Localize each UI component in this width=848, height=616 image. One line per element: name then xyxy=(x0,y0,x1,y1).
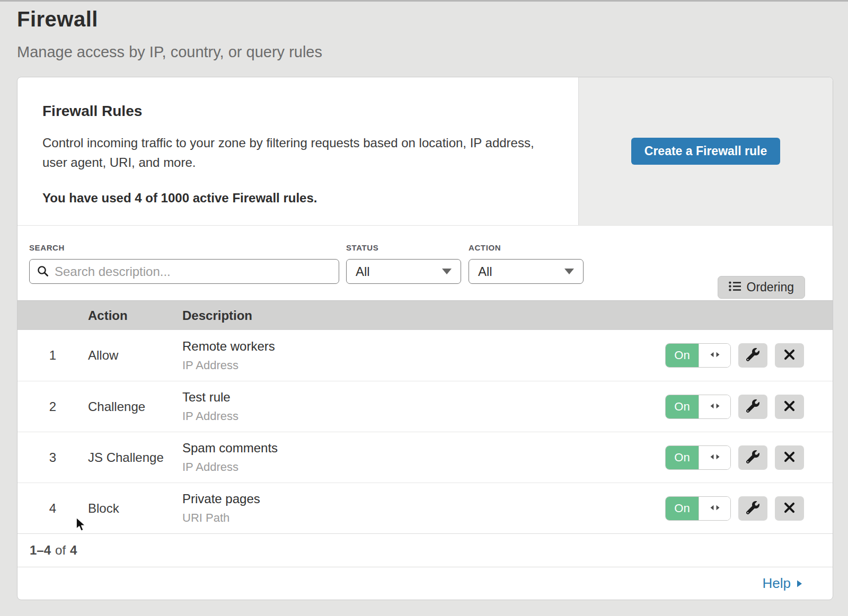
intro-text: Firewall Rules Control incoming traffic … xyxy=(17,77,578,225)
wrench-icon xyxy=(746,399,759,414)
status-selected-value: All xyxy=(356,264,370,279)
rule-description-cell: Remote workers IP Address xyxy=(182,339,663,372)
rule-match-field: IP Address xyxy=(182,359,663,372)
ordering-button[interactable]: Ordering xyxy=(718,276,805,299)
status-label: STATUS xyxy=(346,243,469,252)
status-filter-group: STATUS All xyxy=(346,243,469,284)
toggle-drag-handle[interactable] xyxy=(699,344,730,367)
column-header-description: Description xyxy=(182,308,663,323)
action-selected-value: All xyxy=(478,264,492,279)
create-rule-panel: Create a Firewall rule xyxy=(578,77,833,225)
search-label: SEARCH xyxy=(29,243,346,252)
rule-controls: On xyxy=(663,395,833,419)
chevron-down-icon xyxy=(564,269,574,274)
rule-row: 2 Challenge Test rule IP Address On xyxy=(17,381,833,432)
rule-priority: 4 xyxy=(17,501,88,516)
page-subtitle: Manage access by IP, country, or query r… xyxy=(17,43,848,61)
rule-description-cell: Private pages URI Path xyxy=(182,492,663,525)
intro-section: Firewall Rules Control incoming traffic … xyxy=(17,77,833,226)
rule-action: Allow xyxy=(88,348,182,363)
chevron-down-icon xyxy=(442,269,452,274)
edit-rule-button[interactable] xyxy=(738,445,767,470)
firewall-rules-card: Firewall Rules Control incoming traffic … xyxy=(17,77,833,600)
rule-controls: On xyxy=(663,496,833,521)
rule-priority: 3 xyxy=(17,450,88,465)
edit-rule-button[interactable] xyxy=(738,395,767,419)
help-arrow-icon xyxy=(797,575,802,592)
wrench-icon xyxy=(746,501,759,516)
rule-priority: 2 xyxy=(17,399,88,414)
action-filter-group: ACTION All xyxy=(469,243,591,284)
rule-status-toggle[interactable]: On xyxy=(665,496,731,521)
toggle-on-segment: On xyxy=(666,497,699,520)
rule-description: Test rule xyxy=(182,390,663,405)
pagination-separator: of xyxy=(55,543,66,558)
delete-rule-button[interactable] xyxy=(775,445,804,470)
rule-description-cell: Spam comments IP Address xyxy=(182,441,663,474)
rule-priority: 1 xyxy=(17,348,88,363)
rules-table-body: 1 Allow Remote workers IP Address On xyxy=(17,330,833,533)
rule-action: Block xyxy=(88,501,182,516)
toggle-on-segment: On xyxy=(666,395,699,418)
left-right-arrows-icon xyxy=(709,403,721,411)
search-filter-group: SEARCH xyxy=(29,243,346,284)
rule-action: JS Challenge xyxy=(88,450,182,465)
delete-rule-button[interactable] xyxy=(775,496,804,521)
toggle-drag-handle[interactable] xyxy=(699,446,730,469)
toggle-on-segment: On xyxy=(666,344,699,367)
delete-rule-button[interactable] xyxy=(775,343,804,368)
pagination-range: 1–4 xyxy=(30,543,51,558)
rule-action: Challenge xyxy=(88,399,182,414)
rule-description: Remote workers xyxy=(182,339,663,354)
page-title: Firewall xyxy=(17,7,848,31)
rules-table-header: Action Description xyxy=(17,300,833,330)
left-right-arrows-icon xyxy=(709,351,721,360)
wrench-icon xyxy=(746,450,759,465)
rule-row: 4 Block Private pages URI Path On xyxy=(17,483,833,533)
rule-row: 1 Allow Remote workers IP Address On xyxy=(17,330,833,381)
firewall-rules-heading: Firewall Rules xyxy=(42,103,557,120)
edit-rule-button[interactable] xyxy=(738,343,767,368)
action-select[interactable]: All xyxy=(469,259,584,284)
close-icon xyxy=(784,451,795,464)
rule-controls: On xyxy=(663,343,833,368)
help-link-label: Help xyxy=(763,575,791,592)
rule-match-field: URI Path xyxy=(182,511,663,525)
page-header: Firewall Manage access by IP, country, o… xyxy=(0,2,848,61)
delete-rule-button[interactable] xyxy=(775,395,804,419)
close-icon xyxy=(784,400,795,413)
rule-description-cell: Test rule IP Address xyxy=(182,390,663,423)
help-link[interactable]: Help xyxy=(763,575,802,592)
toggle-on-segment: On xyxy=(666,446,699,469)
ordering-list-icon xyxy=(729,280,741,294)
rule-row: 3 JS Challenge Spam comments IP Address … xyxy=(17,432,833,483)
rule-description: Private pages xyxy=(182,492,663,506)
card-footer: Help xyxy=(17,567,833,600)
rule-match-field: IP Address xyxy=(182,409,663,423)
ordering-button-label: Ordering xyxy=(747,280,794,294)
edit-rule-button[interactable] xyxy=(738,496,767,521)
rules-table: Action Description 1 Allow Remote worker… xyxy=(17,300,833,533)
rule-description: Spam comments xyxy=(182,441,663,456)
column-header-action: Action xyxy=(88,308,182,323)
status-select[interactable]: All xyxy=(346,259,461,284)
filters-bar: SEARCH STATUS All ACTION All xyxy=(17,226,833,300)
firewall-rules-description: Control incoming traffic to your zone by… xyxy=(42,133,554,172)
rule-status-toggle[interactable]: On xyxy=(665,343,731,368)
rule-status-toggle[interactable]: On xyxy=(665,395,731,419)
pagination-total: 4 xyxy=(70,543,77,558)
action-label: ACTION xyxy=(469,243,591,252)
left-right-arrows-icon xyxy=(709,453,721,462)
close-icon xyxy=(784,349,795,362)
rule-status-toggle[interactable]: On xyxy=(665,445,731,470)
rule-match-field: IP Address xyxy=(182,460,663,474)
toggle-drag-handle[interactable] xyxy=(699,497,730,520)
rule-controls: On xyxy=(663,445,833,470)
search-input[interactable] xyxy=(29,259,339,284)
search-icon xyxy=(37,265,49,279)
wrench-icon xyxy=(746,348,759,363)
pagination-bar: 1–4 of 4 xyxy=(17,533,833,567)
create-firewall-rule-button[interactable]: Create a Firewall rule xyxy=(631,138,780,165)
close-icon xyxy=(784,502,795,515)
toggle-drag-handle[interactable] xyxy=(699,395,730,418)
